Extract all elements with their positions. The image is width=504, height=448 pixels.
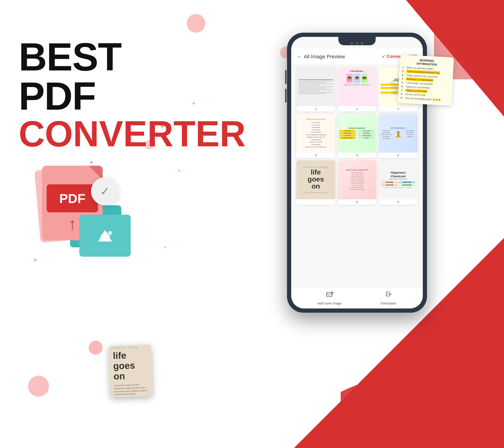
gc: I can't do it xyxy=(340,130,356,132)
happiness-content: HappinessChemicals and how to hack them … xyxy=(380,169,417,190)
app-toolbar: Add more image P Orientation xyxy=(291,287,423,308)
thumb-7: life matters arts — Scrapology lifegoeso… xyxy=(296,160,335,199)
lifegoes-small: Lorem ipsum dolor sit amet consectetur a… xyxy=(114,383,149,396)
goodday-title: Today is a good day xyxy=(298,118,333,120)
line xyxy=(299,81,333,81)
afraid-title: I AM AFRAID... xyxy=(350,70,364,72)
checkmark-icon: ✓ xyxy=(382,54,385,59)
gc: I give up xyxy=(340,135,356,137)
gc: It's too hard xyxy=(340,132,356,134)
thumb-5-inner: Out Of My Control... What other people t… xyxy=(379,114,418,153)
grid-num-3: 3 xyxy=(397,106,399,111)
oxytocin: OXYTOCIN xyxy=(381,184,398,186)
title-converter: CONVERTER xyxy=(19,116,182,152)
grid-item-5[interactable]: Out Of My Control... What other people t… xyxy=(379,114,418,158)
title-best: BEST PDF xyxy=(19,37,182,116)
left-section: BEST PDF CONVERTER xyxy=(19,37,182,152)
thumb-1-inner xyxy=(296,67,335,106)
affirmation-card: MORNINGAFFIRMATION 1 What I do and think… xyxy=(398,54,454,106)
figure-1: 👧 xyxy=(346,74,353,83)
thumb-5: Out Of My Control... What other people t… xyxy=(379,114,418,153)
dopamine: DOPAMINE xyxy=(381,181,398,183)
grid-num-4: 4 xyxy=(356,153,358,158)
grid-item-4[interactable]: GROWTH MINDSET I can't do it It's too ha… xyxy=(338,114,377,158)
line xyxy=(299,84,333,84)
grid-num-9: 9 xyxy=(397,199,399,205)
grid-item-9[interactable]: HappinessChemicals and how to hack them … xyxy=(379,160,418,205)
thumb-8-inner: SELF-CARE CHECKLIST □ Drink enough water… xyxy=(338,160,377,199)
mountain-icon xyxy=(96,229,114,243)
circle-3 xyxy=(89,341,103,355)
highlight-3: Today is a fresh start xyxy=(405,89,427,93)
floating-lifegoes-card: life matters arts — Scrapology life goes… xyxy=(109,345,153,397)
grid-num-6: 6 xyxy=(315,153,317,158)
control-col1: What other people think Other's behavior… xyxy=(380,130,392,140)
grid-row-2: Today is a good day I am strong I am sma… xyxy=(296,114,418,158)
img-card-front xyxy=(79,215,131,257)
line xyxy=(299,89,333,90)
grid-item-1[interactable]: 1 xyxy=(296,67,335,111)
line xyxy=(299,90,319,91)
thumb-4: GROWTH MINDSET I can't do it It's too ha… xyxy=(338,114,377,153)
svg-point-2 xyxy=(108,231,112,235)
gc: I'll learn xyxy=(359,137,375,139)
add-image-label: Add more image xyxy=(318,302,342,305)
goodday-content: Today is a good day I am strong I am sma… xyxy=(297,117,334,150)
thumb-6-inner: Today is a good day I am strong I am sma… xyxy=(296,114,335,153)
line xyxy=(299,82,326,83)
thumb-8: SELF-CARE CHECKLIST □ Drink enough water… xyxy=(338,160,377,199)
grid-item-2[interactable]: I AM AFRAID... 👧 👦 🧒 AGES 3-8 · AGES 5-9… xyxy=(338,67,377,111)
goodday-lines: I am strong I am smart I am capable I wo… xyxy=(298,121,333,148)
mini-lines-1 xyxy=(297,78,334,95)
growth-col1: I can't do it It's too hard I give up I … xyxy=(340,130,356,139)
growth-columns: I can't do it It's too hard I give up I … xyxy=(340,130,375,139)
grid-item-6[interactable]: Today is a good day I am strong I am sma… xyxy=(296,114,335,158)
lifegoes-brand: life matters arts — Scrapology xyxy=(112,346,137,349)
affirmation-card-title: MORNINGAFFIRMATION xyxy=(402,58,451,67)
lifegoes-small-text: Life is full of changes and challenges..… xyxy=(299,192,332,194)
vol-down-button xyxy=(285,89,287,103)
gc: I'll try again xyxy=(359,130,375,132)
afraid-labels: AGES 3-8 · AGES 5-9 · AGES 10-18 xyxy=(344,84,370,86)
selfcare-content: SELF-CARE CHECKLIST □ Drink enough water… xyxy=(339,168,376,192)
grid-item-8[interactable]: SELF-CARE CHECKLIST □ Drink enough water… xyxy=(338,160,377,205)
growth-content: GROWTH MINDSET I can't do it It's too ha… xyxy=(339,126,376,140)
figure-3: 🧒 xyxy=(361,74,368,83)
growth-title: GROWTH MINDSET xyxy=(340,127,375,129)
header-title: All Image Preview xyxy=(304,54,345,60)
gc: I'll keep going xyxy=(359,135,375,137)
check-circle: ✓ xyxy=(91,177,119,205)
svg-text:P: P xyxy=(387,293,388,295)
add-image-button[interactable]: Add more image xyxy=(318,291,342,305)
circle-1 xyxy=(187,14,205,33)
gc: I made a mistake xyxy=(340,137,356,139)
grid-num-1: 1 xyxy=(315,106,317,111)
line xyxy=(299,93,326,94)
afraid-content: I AM AFRAID... 👧 👦 🧒 AGES 3-8 · AGES 5-9… xyxy=(339,68,376,105)
line xyxy=(299,85,319,86)
orientation-label: Orientation xyxy=(380,302,396,305)
selfcare-title: SELF-CARE CHECKLIST xyxy=(340,169,375,171)
sparkle-2: ✦ xyxy=(191,100,196,107)
line xyxy=(299,88,326,89)
lifegoes-content: life matters arts — Scrapology lifegoeso… xyxy=(297,164,334,195)
grid-item-7[interactable]: life matters arts — Scrapology lifegoeso… xyxy=(296,160,335,205)
line xyxy=(299,86,333,87)
back-button[interactable]: ← All Image Preview xyxy=(297,54,345,60)
checkmark-icon: ✓ xyxy=(100,185,110,198)
vol-up-button xyxy=(285,70,287,84)
camera-dot-2 xyxy=(356,42,359,45)
happiness-grid: DOPAMINE SEROTONIN OXYTOCIN ENDORPHINS xyxy=(381,181,415,186)
control-cols: What other people think Other's behavior… xyxy=(380,130,416,140)
line xyxy=(299,79,333,80)
control-content: Out Of My Control... What other people t… xyxy=(380,126,417,141)
thumb-9-inner: HappinessChemicals and how to hack them … xyxy=(379,160,418,199)
selfcare-lines: □ Drink enough water □ Get a good sleep … xyxy=(340,172,375,191)
figure-2: 👦 xyxy=(354,74,360,83)
thumb-4-inner: GROWTH MINDSET I can't do it It's too ha… xyxy=(338,114,377,153)
orientation-button[interactable]: P Orientation xyxy=(380,291,396,305)
control-col2: My thoughts My actions My words My effor… xyxy=(405,130,416,140)
happiness-sub: and how to hack them xyxy=(389,178,407,180)
lifegoes-text: life goes on xyxy=(113,350,136,381)
pdf-label: PDF xyxy=(47,184,98,212)
